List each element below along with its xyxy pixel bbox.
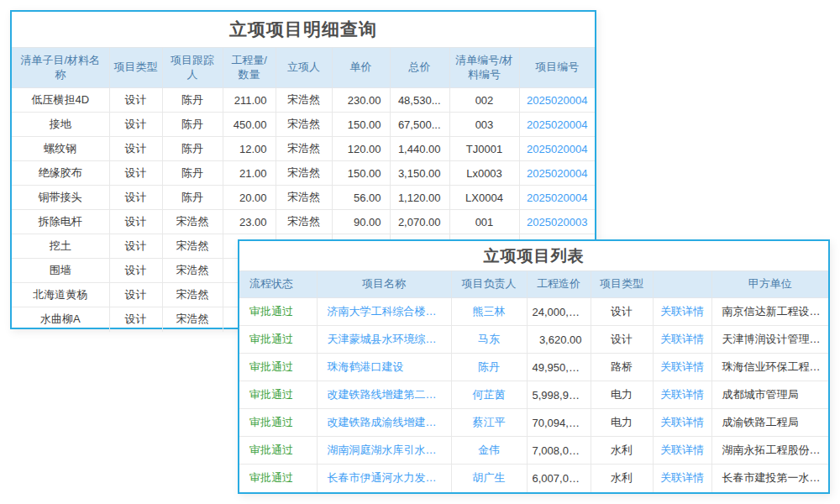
project-no-link[interactable]: 2025020004	[519, 137, 595, 161]
related-detail-link[interactable]: 关联详情	[653, 465, 711, 492]
client-unit-cell: 成都城市管理局	[711, 381, 828, 409]
project-no-link[interactable]: 2025020004	[519, 113, 595, 137]
quantity-cell: 23.00	[223, 210, 276, 234]
project-owner-link[interactable]: 马东	[451, 326, 527, 354]
tracker-cell: 陈丹	[162, 137, 223, 161]
total-price-cell: 2,070.00	[390, 210, 449, 234]
project-name-link[interactable]: 长春市伊通河水力发电厂...	[317, 465, 451, 492]
tracker-cell: 宋浩然	[162, 283, 223, 307]
status-badge: 审批通过	[239, 326, 317, 354]
project-type-cell: 设计	[109, 161, 162, 186]
project-name-link[interactable]: 改建铁路成渝线增建第二...	[317, 409, 451, 437]
unit-price-cell: 90.00	[332, 210, 390, 234]
status-badge: 审批通过	[239, 465, 317, 492]
tracker-cell: 陈丹	[162, 88, 223, 113]
item-name-cell: 绝缘胶布	[12, 161, 109, 186]
tracker-cell: 陈丹	[162, 113, 223, 137]
table-row: 审批通过 湖南洞庭湖水库引水工程... 金伟 7,008,009.00 水利 关…	[239, 437, 828, 465]
related-detail-link[interactable]: 关联详情	[653, 354, 711, 381]
list-header-row: 流程状态 项目名称 项目负责人 工程造价 项目类型 甲方单位	[239, 271, 828, 298]
project-cost-cell: 7,008,009.00	[527, 437, 591, 465]
item-name-cell: 围墙	[12, 259, 109, 283]
list-no-cell: 002	[449, 88, 519, 113]
project-type-cell: 设计	[591, 326, 653, 354]
col-header-detail-link	[653, 271, 711, 298]
project-owner-link[interactable]: 陈丹	[451, 354, 527, 381]
project-type-cell: 水利	[591, 437, 653, 465]
project-list-table: 流程状态 项目名称 项目负责人 工程造价 项目类型 甲方单位 审批通过 济南大学…	[239, 270, 828, 492]
table-row: 审批通过 改建铁路成渝线增建第二... 蔡江平 70,094,000.00 电力…	[239, 409, 828, 437]
list-no-cell: LX0004	[449, 186, 519, 210]
founder-cell: 宋浩然	[276, 210, 332, 234]
project-owner-link[interactable]: 熊三林	[451, 298, 527, 326]
project-type-cell: 电力	[591, 409, 653, 437]
project-type-cell: 设计	[109, 137, 162, 161]
client-unit-cell: 天津博润设计管理有...	[711, 326, 828, 354]
project-name-link[interactable]: 天津蒙城县水环境综合治...	[317, 326, 451, 354]
project-no-link[interactable]: 2025020004	[519, 88, 595, 113]
status-badge: 审批通过	[239, 354, 317, 381]
col-header-flow-status: 流程状态	[239, 271, 317, 298]
client-unit-cell: 长春市建投第一水利...	[711, 465, 828, 492]
project-no-link[interactable]: 2025020003	[519, 210, 595, 234]
table-row: 审批通过 天津蒙城县水环境综合治... 马东 3,620.00 设计 关联详情 …	[239, 326, 828, 354]
project-type-cell: 设计	[109, 307, 162, 332]
project-name-link[interactable]: 湖南洞庭湖水库引水工程...	[317, 437, 451, 465]
project-type-cell: 设计	[109, 234, 162, 259]
project-no-link[interactable]: 2025020004	[519, 161, 595, 186]
total-price-cell: 1,120.00	[390, 186, 449, 210]
col-header-project-name: 项目名称	[317, 271, 451, 298]
project-owner-link[interactable]: 胡广生	[451, 465, 527, 492]
project-list-window: 立项项目列表 流程状态 项目名称 项目负责人 工程造价 项目类型 甲方单位 审批…	[238, 239, 830, 494]
list-window-title: 立项项目列表	[239, 241, 828, 270]
related-detail-link[interactable]: 关联详情	[653, 326, 711, 354]
project-owner-link[interactable]: 金伟	[451, 437, 527, 465]
project-cost-cell: 3,620.00	[527, 326, 591, 354]
table-row: 审批通过 长春市伊通河水力发电厂... 胡广生 6,007,007.00 水利 …	[239, 465, 828, 492]
related-detail-link[interactable]: 关联详情	[653, 298, 711, 326]
unit-price-cell: 120.00	[332, 137, 390, 161]
founder-cell: 宋浩然	[276, 137, 332, 161]
project-no-link[interactable]: 2025020004	[519, 186, 595, 210]
table-row: 接地 设计 陈丹 450.00 宋浩然 150.00 67,500... 003…	[12, 113, 595, 137]
unit-price-cell: 230.00	[332, 88, 390, 113]
item-name-cell: 北海道黄杨	[12, 283, 109, 307]
related-detail-link[interactable]: 关联详情	[653, 437, 711, 465]
table-row: 审批通过 珠海鹤港口建设 陈丹 49,950,088.00 路桥 关联详情 珠海…	[239, 354, 828, 381]
table-row: 绝缘胶布 设计 陈丹 21.00 宋浩然 150.00 3,150.00 Lx0…	[12, 161, 595, 186]
project-name-link[interactable]: 济南大学工科综合楼建设...	[317, 298, 451, 326]
project-name-link[interactable]: 改建铁路线增建第二线直...	[317, 381, 451, 409]
col-header-item-name: 清单子目/材料名称	[12, 48, 109, 88]
client-unit-cell: 成渝铁路工程局	[711, 409, 828, 437]
item-name-cell: 挖土	[12, 234, 109, 259]
project-owner-link[interactable]: 蔡江平	[451, 409, 527, 437]
col-header-client-unit: 甲方单位	[711, 271, 828, 298]
related-detail-link[interactable]: 关联详情	[653, 381, 711, 409]
item-name-cell: 低压横担4D	[12, 88, 109, 113]
tracker-cell: 宋浩然	[162, 259, 223, 283]
col-header-project-type: 项目类型	[591, 271, 653, 298]
table-row: 拆除电杆 设计 宋浩然 23.00 宋浩然 90.00 2,070.00 001…	[12, 210, 595, 234]
quantity-cell: 450.00	[223, 113, 276, 137]
project-owner-link[interactable]: 何芷茵	[451, 381, 527, 409]
col-header-project-type: 项目类型	[109, 48, 162, 88]
project-name-link[interactable]: 珠海鹤港口建设	[317, 354, 451, 381]
tracker-cell: 宋浩然	[162, 234, 223, 259]
project-type-cell: 设计	[109, 88, 162, 113]
table-row: 铜带接头 设计 陈丹 20.00 宋浩然 56.00 1,120.00 LX00…	[12, 186, 595, 210]
item-name-cell: 铜带接头	[12, 186, 109, 210]
status-badge: 审批通过	[239, 381, 317, 409]
total-price-cell: 3,150.00	[390, 161, 449, 186]
related-detail-link[interactable]: 关联详情	[653, 409, 711, 437]
founder-cell: 宋浩然	[276, 113, 332, 137]
project-type-cell: 设计	[109, 283, 162, 307]
item-name-cell: 水曲柳A	[12, 307, 109, 332]
detail-window-title: 立项项目明细查询	[12, 12, 595, 47]
client-unit-cell: 珠海信业环保工程建...	[711, 354, 828, 381]
status-badge: 审批通过	[239, 298, 317, 326]
project-type-cell: 设计	[109, 210, 162, 234]
project-type-cell: 设计	[591, 298, 653, 326]
col-header-quantity: 工程量/数量	[223, 48, 276, 88]
table-row: 审批通过 济南大学工科综合楼建设... 熊三林 24,000,000.00 设计…	[239, 298, 828, 326]
table-row: 审批通过 改建铁路线增建第二线直... 何芷茵 5,998,900.00 电力 …	[239, 381, 828, 409]
